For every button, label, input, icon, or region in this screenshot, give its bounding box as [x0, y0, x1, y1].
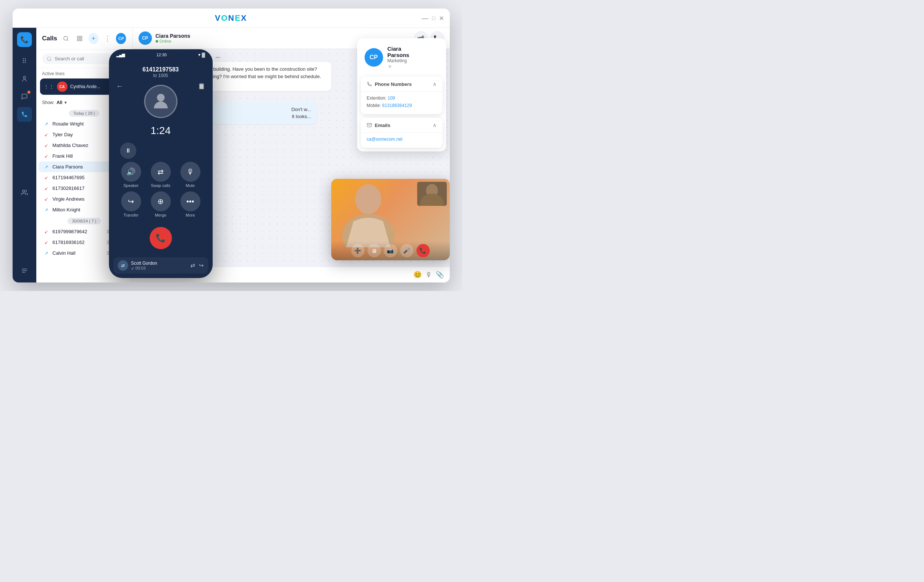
incoming-arrow: ↙: [45, 186, 50, 191]
transfer-btn[interactable]: ↪: [121, 191, 141, 211]
swap-btn-wrap: ⇄ Swap calls: [151, 162, 171, 188]
email-icon: [367, 123, 372, 128]
emails-title: Emails: [375, 123, 391, 128]
emails-card: Emails ∧ ca@somecom.net: [361, 118, 442, 148]
svg-point-11: [157, 94, 165, 102]
incoming-arrow: ↙: [45, 240, 50, 245]
mobile-value[interactable]: 613186364129: [382, 103, 412, 108]
svg-rect-7: [80, 36, 82, 38]
merge-label: Merge: [155, 213, 167, 217]
more-btn-wrap: ••• More: [180, 191, 200, 217]
email-value[interactable]: ca@somecom.net: [367, 136, 403, 142]
contact-card-name: CiaraParsons: [388, 46, 409, 58]
grid-icon-btn[interactable]: [74, 33, 84, 44]
phone-controls: ⏸ 🔊 Speaker ⇄ Swap calls 🎙 Mute ↪: [109, 143, 213, 225]
end-video-call-btn[interactable]: 📞: [416, 244, 430, 257]
transfer-btn-wrap: ↪ Transfer: [121, 191, 141, 217]
more-btn[interactable]: •••: [180, 191, 200, 211]
wifi-icon: ▾: [198, 52, 200, 58]
phone-overlay: ▂▄▆ 12:30 ▾ ▓ ← 61412197583 to 1005 📋 1:…: [109, 49, 213, 278]
end-call-btn[interactable]: 📞: [150, 227, 172, 249]
emails-title-wrap: Emails: [367, 123, 391, 128]
merge-btn[interactable]: ⊕: [151, 191, 171, 211]
maximize-button[interactable]: □: [432, 14, 435, 22]
contact-card-details: CiaraParsons Marketing ★: [388, 46, 409, 69]
contact-icon[interactable]: 📋: [198, 82, 205, 90]
extension-value[interactable]: 109: [388, 95, 395, 101]
speaker-btn[interactable]: 🔊: [121, 162, 141, 182]
svg-point-12: [355, 184, 381, 214]
contact-card-dept: Marketing: [388, 58, 409, 63]
video-overlay: ➕ 🖥 📷 🎤 📞: [331, 179, 450, 260]
phone-to: to 1005: [109, 73, 213, 78]
screen-share-btn[interactable]: 🖥: [368, 244, 381, 257]
sidebar-item-contacts[interactable]: [17, 185, 32, 200]
contact-card: CP CiaraParsons Marketing ★ Phone Number…: [357, 38, 446, 151]
mute-btn[interactable]: 🎙: [180, 162, 200, 182]
outgoing-arrow: ↗: [45, 122, 50, 127]
sidebar-item-phone[interactable]: [17, 107, 32, 122]
sidebar: 📞 ⠿: [13, 28, 36, 283]
call-name: Tyler Day: [53, 132, 110, 137]
filter-chevron[interactable]: ▾: [64, 100, 67, 105]
video-toggle-btn[interactable]: 📷: [384, 244, 397, 257]
active-call-name: Cynthia Ande...: [70, 84, 106, 89]
sec-arrow: ↙: [131, 266, 134, 270]
chat-contact-avatar: CP: [139, 31, 152, 45]
secondary-call-actions: ⇄ ↪: [190, 262, 204, 269]
call-name: Mathilda Chavez: [53, 143, 110, 148]
sec-swap-btn[interactable]: ⇄: [190, 262, 195, 269]
email-row: ca@somecom.net: [367, 136, 436, 142]
title-bar: VONEX — □ ✕: [13, 8, 450, 28]
add-participant-btn[interactable]: ➕: [351, 244, 365, 257]
end-call-wrap: 📞: [109, 225, 213, 253]
call-name: Calvin Hall: [53, 250, 104, 256]
phone-numbers-card: Phone Numbers ∧ Extention: 109 Mobile: 6…: [361, 77, 442, 114]
transfer-label: Transfer: [124, 213, 139, 217]
outgoing-arrow: ↗: [45, 207, 50, 212]
swap-btn[interactable]: ⇄: [151, 162, 171, 182]
phone-call-info: 61412197583 to 1005: [109, 60, 213, 81]
more-options-btn[interactable]: ⋮: [102, 33, 112, 44]
phone-small-icon: [367, 81, 372, 87]
outgoing-arrow: ↗: [45, 251, 50, 256]
emails-body: ca@somecom.net: [361, 133, 442, 148]
video-mute-btn[interactable]: 🎤: [400, 244, 414, 257]
phone-signal: ▂▄▆: [116, 53, 125, 58]
contact-star-icon[interactable]: ★: [388, 63, 409, 69]
minimize-button[interactable]: —: [422, 14, 428, 22]
contact-card-avatar: CP: [365, 48, 383, 67]
search-icon: [47, 56, 52, 61]
pause-row: ⏸: [116, 143, 205, 159]
secondary-video: [417, 182, 447, 206]
emoji-icon[interactable]: 😊: [414, 271, 422, 279]
emails-collapse[interactable]: ∧: [433, 122, 436, 128]
call-name: Rosalie Wright: [53, 121, 110, 127]
secondary-call-icon: ⇄: [118, 260, 128, 271]
pause-btn[interactable]: ⏸: [120, 143, 136, 159]
secondary-call-timer: ↙ 00:03: [131, 266, 188, 271]
mute-btn-wrap: 🎙 Mute: [180, 162, 200, 188]
phone-avatar-wrap: [109, 81, 213, 122]
incoming-arrow: ↙: [45, 132, 50, 137]
more-icon[interactable]: •••: [215, 55, 220, 60]
call-name: Frank Hill: [53, 153, 110, 159]
close-button[interactable]: ✕: [439, 14, 444, 22]
search-icon-btn[interactable]: [61, 33, 71, 44]
add-call-btn[interactable]: +: [89, 33, 99, 44]
sidebar-item-grid[interactable]: ⠿: [17, 54, 32, 69]
user-avatar-btn[interactable]: CP: [116, 33, 126, 44]
phone-numbers-collapse[interactable]: ∧: [433, 81, 436, 87]
contact-card-header: CP CiaraParsons Marketing ★: [357, 38, 446, 77]
sidebar-item-user[interactable]: [17, 71, 32, 86]
phone-numbers-title-wrap: Phone Numbers: [367, 81, 412, 87]
svg-point-5: [64, 36, 68, 40]
sec-more-btn[interactable]: ↪: [199, 262, 204, 269]
phone-numbers-title: Phone Numbers: [375, 81, 412, 87]
show-label: Show:: [42, 100, 54, 105]
sidebar-item-menu[interactable]: [17, 263, 32, 278]
sidebar-item-messages[interactable]: [17, 89, 32, 104]
microphone-icon[interactable]: 🎙: [425, 271, 432, 279]
back-btn[interactable]: ←: [116, 82, 123, 90]
attachment-icon[interactable]: 📎: [436, 271, 444, 279]
